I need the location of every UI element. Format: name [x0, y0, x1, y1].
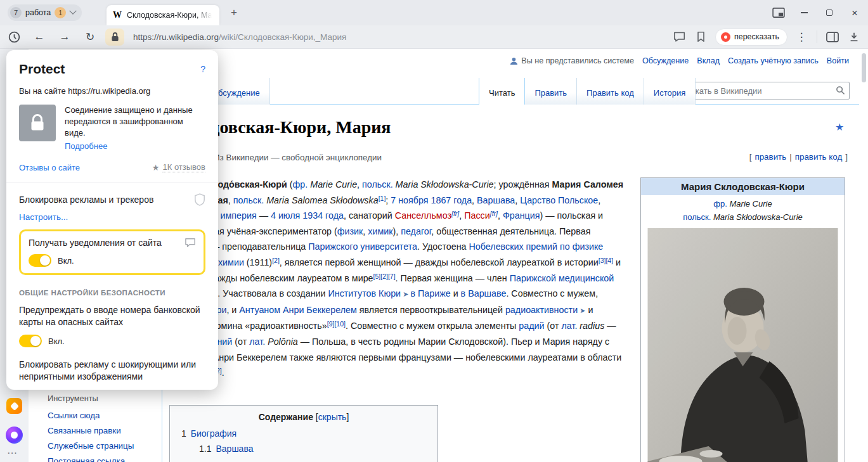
article-text: , [228, 195, 233, 205]
article-link[interactable]: радий [519, 321, 544, 331]
close-button[interactable]: × [846, 4, 863, 21]
article-link[interactable]: в Париже [410, 288, 450, 298]
security-section-header: ОБЩИЕ НАСТРОЙКИ БЕЗОПАСНОСТИ [19, 289, 205, 297]
article-link[interactable]: Нобелевских премий [469, 241, 557, 252]
article-link[interactable]: химик [368, 226, 392, 236]
search-input[interactable] [680, 82, 850, 99]
url-host: https://ru.wikipedia.org [133, 32, 219, 42]
article-link[interactable]: фр. [293, 179, 308, 189]
toc-link-biography[interactable]: Биография [191, 428, 236, 439]
address-bar[interactable]: https://ru.wikipedia.org/wiki/Склодовска… [133, 32, 662, 42]
article-link[interactable]: Институтов Кюри [328, 288, 401, 298]
personal-link-login[interactable]: Войти [827, 56, 849, 65]
secure-lock-badge [19, 105, 56, 141]
footnote-ref[interactable]: [3][4] [599, 257, 613, 264]
maximize-button[interactable] [821, 4, 838, 21]
alice-assistant-icon[interactable] [6, 427, 23, 444]
article-link[interactable]: радиоактивности [505, 305, 578, 315]
tab-read[interactable]: Читать [479, 78, 525, 105]
article-link[interactable]: польск. [233, 195, 264, 205]
article-redlink[interactable]: Санселльмоз [395, 210, 451, 221]
tab-edit-code[interactable]: Править код [577, 78, 644, 105]
tab-group-chip[interactable]: 7 работа 1 [8, 4, 82, 21]
personal-link-contributions[interactable]: Вклад [697, 56, 720, 65]
card-warning-toggle[interactable] [19, 335, 42, 347]
article-link[interactable]: лат. [249, 337, 265, 347]
article-link[interactable]: 1867 года [431, 195, 472, 205]
article-link[interactable]: 4 июля [271, 210, 300, 221]
search-icon[interactable] [836, 86, 845, 98]
article-text: ), [393, 226, 401, 236]
article-text: Marie Curie [308, 179, 357, 189]
footnote-ref[interactable]: [2] [272, 257, 280, 264]
sidebar-link-related-changes[interactable]: Связанные правки [48, 426, 134, 435]
more-actions-icon[interactable]: ⋮ [794, 29, 809, 44]
personal-link-create-account[interactable]: Создать учётную запись [728, 56, 819, 65]
comments-icon[interactable] [672, 29, 687, 44]
footnote-ref[interactable]: [9][10] [327, 320, 346, 328]
panel-divider [6, 183, 218, 183]
article-link[interactable]: польск. [362, 179, 393, 189]
footnote-ref[interactable]: [fr] [490, 210, 498, 217]
back-icon[interactable]: ← [32, 29, 47, 44]
history-icon[interactable] [6, 29, 22, 44]
tab-history[interactable]: История [644, 78, 696, 105]
article-link[interactable]: лат. [561, 321, 577, 331]
new-tab-button[interactable]: + [227, 6, 241, 20]
more-services-icon[interactable]: ⋯ [7, 447, 18, 459]
details-link[interactable]: Подробнее [65, 141, 107, 152]
retell-button[interactable]: пересказать [715, 29, 787, 46]
article-text: . Совместно с мужем, [506, 288, 598, 298]
footnote-ref[interactable]: [1] [379, 195, 386, 202]
pip-icon[interactable] [770, 4, 787, 21]
site-reviews-link[interactable]: Отзывы о сайте [19, 163, 80, 172]
active-tab[interactable]: W Склодовская-Кюри, Ма [107, 5, 219, 25]
tab-edit[interactable]: Править [525, 78, 577, 105]
configure-link[interactable]: Настроить... [19, 212, 68, 222]
watchlist-star-icon[interactable]: ★ [835, 121, 844, 133]
article-link[interactable]: Парижского университета [308, 241, 417, 252]
notifications-toggle[interactable] [29, 254, 51, 267]
article-link[interactable]: 7 ноября [391, 195, 428, 205]
article-link[interactable]: фр. [713, 199, 727, 209]
edit-link[interactable]: править [755, 152, 786, 162]
bookmark-icon[interactable] [694, 29, 709, 44]
article-link[interactable]: Франция [503, 210, 540, 221]
article-redlink[interactable]: Пасси [464, 210, 490, 221]
footnote-ref[interactable]: [5][2][7] [373, 273, 396, 280]
article-link[interactable]: 1934 года [302, 210, 344, 221]
downloads-icon[interactable] [846, 29, 862, 44]
sidebar-link-special-pages[interactable]: Служебные страницы [48, 441, 134, 451]
article-link[interactable]: физик [337, 226, 363, 236]
article-text: . Удостоена [417, 241, 469, 252]
edit-code-link[interactable]: править код [795, 152, 843, 162]
refresh-icon[interactable]: ↻ [82, 29, 98, 44]
article-link[interactable]: Царство Польское [520, 195, 598, 205]
article-text: Maria Skłodowska-Curie [393, 179, 494, 189]
forward-icon[interactable]: → [57, 29, 72, 44]
article-link[interactable]: Варшава [477, 195, 515, 205]
article-link[interactable]: польск. [683, 212, 711, 222]
table-of-contents: Содержание [скрыть] 1Биография 1.1Варшав… [169, 405, 438, 462]
site-security-lock-icon[interactable] [105, 29, 124, 46]
article-link[interactable]: педагог [401, 226, 431, 236]
sidebar-link-whatlinkshere[interactable]: Ссылки сюда [48, 411, 134, 420]
scrollbar-thumb[interactable] [862, 53, 866, 82]
portrait-photo[interactable] [647, 228, 838, 462]
toc-link-warsaw[interactable]: Варшава [216, 444, 253, 454]
article-link[interactable]: Антуаном Анри Беккерелем [239, 305, 357, 315]
yandex-services-icon[interactable] [6, 398, 22, 414]
minimize-button[interactable] [796, 4, 812, 21]
reviews-count[interactable]: 1К отзывов [162, 162, 205, 172]
sidebar-link-permanent-link[interactable]: Постоянная ссылка [48, 456, 134, 462]
toc-hide-link[interactable]: скрыть [318, 412, 347, 422]
article-link[interactable]: в Варшаве [461, 288, 507, 298]
article-text: . Участвовала в создании [217, 288, 328, 298]
help-link[interactable]: ? [200, 64, 205, 74]
side-panels-icon[interactable] [825, 29, 840, 44]
article-link[interactable]: по физике [560, 241, 603, 252]
footnote-ref[interactable]: [fr] [451, 210, 459, 217]
marie-curie-portrait [647, 228, 838, 462]
article-text: radius [577, 321, 604, 331]
personal-link-talk[interactable]: Обсуждение [642, 56, 689, 65]
